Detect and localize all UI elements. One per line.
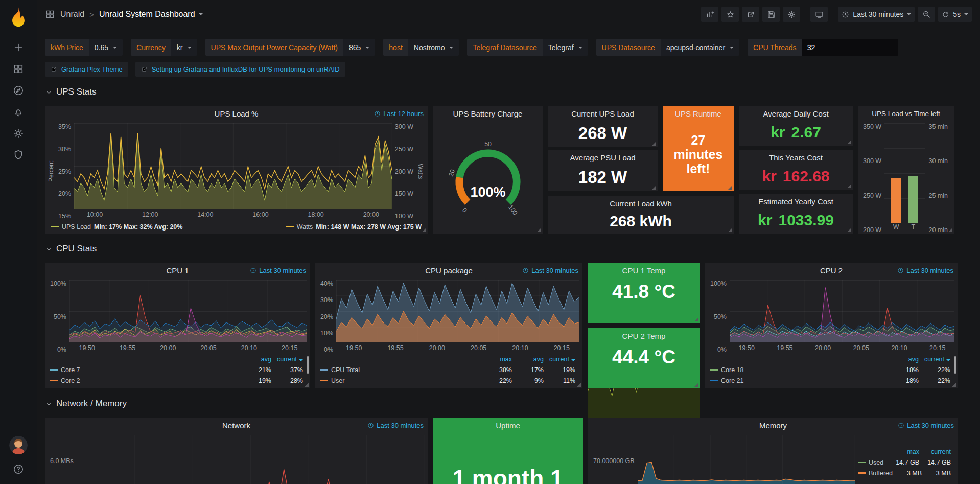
panel-title[interactable]: Memory	[759, 421, 787, 430]
panel-resize-handle[interactable]	[652, 142, 656, 146]
stat-value: kr1033.99	[739, 209, 853, 234]
dashboard-settings-button[interactable]	[783, 7, 800, 22]
help-icon[interactable]	[6, 458, 31, 480]
zoom-out-button[interactable]	[918, 7, 935, 22]
legend-header-current[interactable]: current	[919, 448, 951, 455]
legend-row: CPU Total 38% 17% 19%	[320, 364, 575, 375]
panel-title[interactable]: Average PSU Load	[570, 153, 635, 162]
panel-title[interactable]: Current UPS Load	[571, 109, 634, 118]
legend-header-max[interactable]: max	[480, 356, 512, 363]
variable-value-dropdown[interactable]: 865	[343, 39, 375, 56]
time-range-picker[interactable]: Last 30 minutes	[838, 7, 915, 22]
x-axis: W T	[884, 223, 925, 234]
avatar[interactable]	[9, 436, 28, 454]
variable-value-dropdown[interactable]: 0.65	[89, 39, 123, 56]
panel-resize-handle[interactable]	[728, 186, 732, 190]
share-button[interactable]	[742, 7, 759, 22]
legend-series-toggle[interactable]: Core 7	[50, 366, 240, 374]
template-variables: kWh Price 0.65 Currency kr UPS Max Outpu…	[45, 39, 972, 56]
panel-title[interactable]: Average Daily Cost	[763, 109, 828, 118]
legend-series-toggle[interactable]: CPU Total	[320, 366, 480, 374]
variable-value-dropdown[interactable]: kr	[171, 39, 197, 56]
panel-title[interactable]: CPU 1 Temp	[622, 266, 666, 275]
panel-title[interactable]: CPU package	[425, 266, 473, 275]
refresh-button[interactable]: 5s	[938, 7, 972, 22]
tv-mode-button[interactable]	[810, 7, 828, 22]
stat-value: 268 kWh	[548, 211, 734, 234]
breadcrumb-app[interactable]: Unraid	[60, 10, 84, 19]
panel-resize-handle[interactable]	[305, 383, 309, 387]
star-button[interactable]	[721, 7, 739, 22]
panel-resize-handle[interactable]	[952, 383, 956, 387]
panel-resize-handle[interactable]	[422, 228, 426, 232]
panel-ups-load-vs-time: UPS Load vs Time left 350 W300 W250 W200…	[858, 106, 954, 234]
legend-series-toggle[interactable]: Core 21	[710, 377, 887, 384]
panel-resize-handle[interactable]	[537, 228, 541, 232]
panel-title[interactable]: UPS Load vs Time left	[872, 110, 940, 118]
row-header-network-memory[interactable]: Network / Memory	[45, 396, 972, 411]
link-ups-monitoring-guide[interactable]: Setting up Grafana and InfluxDB for UPS …	[135, 62, 345, 77]
panel-title[interactable]: Current Load kWh	[610, 199, 672, 208]
panel-title[interactable]: UPS Battery Charge	[453, 109, 523, 118]
bar-watts	[891, 178, 901, 223]
panel-title[interactable]: UPS Runtime	[675, 109, 721, 118]
legend-row: Core 2 19% 28%	[50, 375, 303, 386]
plus-icon[interactable]	[6, 37, 31, 58]
variable-value-dropdown[interactable]: Telegraf	[543, 39, 588, 56]
panel-title[interactable]: Uptime	[496, 421, 520, 430]
panel-resize-handle[interactable]	[728, 228, 732, 232]
legend-series-toggle[interactable]: Core 2	[50, 377, 240, 384]
panel-title[interactable]: CPU 2	[820, 266, 843, 275]
panel-resize-handle[interactable]	[948, 228, 952, 232]
panel-resize-handle[interactable]	[577, 383, 581, 387]
panel-resize-handle[interactable]	[652, 186, 656, 190]
panel-resize-handle[interactable]	[847, 184, 851, 188]
legend-item-ups-load[interactable]: UPS Load Min: 17% Max: 32% Avg: 20%	[51, 223, 182, 231]
legend-series-toggle[interactable]: Core 18	[710, 366, 887, 374]
alerting-icon[interactable]	[6, 101, 31, 123]
panel-cpu1-temp: CPU 1 Temp 41.8 °C	[588, 263, 700, 323]
legend-scrollbar[interactable]	[954, 356, 956, 374]
grafana-logo[interactable]	[7, 6, 30, 30]
dashboard-grid-icon[interactable]	[45, 9, 55, 19]
panel-title[interactable]: UPS Load %	[215, 109, 259, 118]
legend-series-toggle[interactable]: Used	[858, 459, 888, 466]
shield-icon[interactable]	[6, 144, 31, 166]
legend-header-avg[interactable]: avg	[240, 356, 271, 363]
legend-header-current[interactable]: current	[271, 356, 303, 363]
panel-title[interactable]: This Years Cost	[769, 153, 823, 162]
panel-title[interactable]: CPU 1	[166, 266, 189, 275]
legend-series-toggle[interactable]: User	[320, 377, 480, 384]
cpu-threads-input[interactable]	[802, 39, 898, 56]
row-header-cpu-stats[interactable]: CPU Stats	[45, 241, 972, 257]
panel-resize-handle[interactable]	[847, 140, 851, 144]
panel-resize-handle[interactable]	[694, 317, 698, 321]
legend-item-watts[interactable]: Watts Min: 148 W Max: 278 W Avg: 175 W	[286, 223, 422, 231]
variable-value-dropdown[interactable]: apcupsd-container	[661, 39, 739, 56]
add-panel-button[interactable]	[701, 7, 718, 22]
link-grafana-plex-theme[interactable]: Grafana Plex Theme	[45, 62, 128, 77]
variable-value-dropdown[interactable]: Nostromo	[408, 39, 459, 56]
dashboard-title[interactable]: Unraid System Dashboard	[99, 10, 203, 19]
legend-header-current[interactable]: current	[544, 356, 575, 363]
panel-resize-handle[interactable]	[847, 228, 851, 232]
variable-label: UPS Datasource	[596, 39, 661, 56]
legend-scrollbar[interactable]	[307, 356, 309, 374]
legend-header-avg[interactable]: avg	[512, 356, 544, 363]
settings-icon[interactable]	[6, 123, 31, 144]
dashboards-icon[interactable]	[6, 58, 31, 80]
panel-title[interactable]: Estimated Yearly Cost	[758, 197, 833, 206]
panel-title[interactable]: Network	[222, 421, 250, 430]
legend-header-avg[interactable]: avg	[887, 356, 919, 363]
legend-header-max[interactable]: max	[888, 448, 919, 455]
explore-icon[interactable]	[6, 80, 31, 101]
legend-series-toggle[interactable]: Buffered	[858, 470, 893, 477]
panel-resize-handle[interactable]	[694, 383, 698, 387]
save-button[interactable]	[762, 7, 780, 22]
clock-icon	[374, 110, 381, 117]
variable-value: Nostromo	[414, 43, 445, 52]
legend-header-current[interactable]: current	[919, 356, 950, 363]
panel-title[interactable]: CPU 2 Temp	[622, 332, 666, 340]
row-header-ups-stats[interactable]: UPS Stats	[45, 84, 972, 100]
variable-ups-datasource: UPS Datasource apcupsd-container	[596, 39, 739, 56]
